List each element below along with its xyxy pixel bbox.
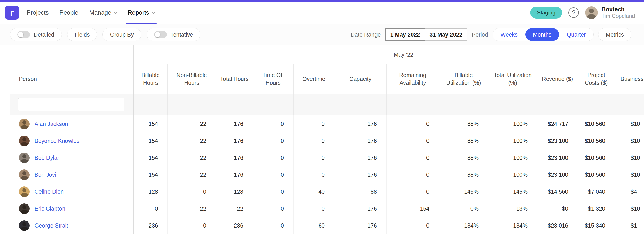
person-link[interactable]: Alan Jackson (34, 121, 68, 127)
table-cell: 22 (168, 115, 216, 132)
person-filter-cell (10, 94, 134, 115)
table-cell: 100% (488, 166, 537, 183)
nav-item-reports[interactable]: Reports (122, 2, 160, 24)
detailed-label: Detailed (34, 32, 54, 38)
table-cell: $14,560 (537, 183, 578, 200)
table-cell: $10 (615, 115, 644, 132)
fields-button[interactable]: Fields (67, 28, 97, 41)
user-menu[interactable]: Boxtech Tim Copeland (585, 6, 635, 19)
table-cell: 22 (216, 200, 253, 217)
table-cell: $7,040 (578, 183, 615, 200)
table-cell: $0 (537, 200, 578, 217)
period-option-months[interactable]: Months (525, 28, 559, 41)
table-cell: 176 (334, 115, 386, 132)
table-cell: 22 (168, 149, 216, 166)
table-cell: 134% (488, 217, 537, 234)
environment-badge: Staging (530, 7, 562, 19)
table-cell: 176 (334, 200, 386, 217)
table-cell: 0 (386, 132, 439, 149)
table-cell: $10,560 (578, 149, 615, 166)
table-cell: 22 (168, 166, 216, 183)
nav-item-manage[interactable]: Manage (84, 2, 122, 24)
person-filter-input[interactable] (18, 98, 124, 111)
help-icon[interactable]: ? (568, 8, 579, 18)
person-cell: Alan Jackson (10, 115, 134, 132)
person-avatar (19, 186, 30, 197)
group-by-button[interactable]: Group By (102, 28, 141, 41)
table-cell: 128 (134, 183, 168, 200)
table-cell: 0 (253, 132, 294, 149)
person-link[interactable]: Beyoncé Knowles (34, 138, 80, 144)
person-avatar (19, 136, 30, 146)
person-cell: Eric Clapton (10, 200, 134, 217)
table-cell: 100% (488, 149, 537, 166)
table-cell: 0 (386, 166, 439, 183)
table-row: Beyoncé Knowles 154 22 176 0 0 176 0 88%… (10, 132, 644, 149)
person-link[interactable]: Eric Clapton (34, 205, 65, 212)
table-cell: 13% (488, 200, 537, 217)
detailed-toggle-pill[interactable]: Detailed (10, 28, 62, 41)
table-cell: 176 (334, 166, 386, 183)
detailed-toggle[interactable] (17, 31, 30, 38)
table-cell: 0 (294, 115, 334, 132)
person-cell: Beyoncé Knowles (10, 132, 134, 149)
table-cell: 154 (134, 166, 168, 183)
report-table: May '22 Person Billable Hours Non-Billab… (10, 45, 644, 234)
person-link[interactable]: Bob Dylan (34, 155, 60, 161)
person-avatar (19, 119, 30, 129)
table-cell: 0 (168, 217, 216, 234)
person-link[interactable]: Celine Dion (34, 188, 64, 195)
table-cell: 88% (439, 115, 488, 132)
tentative-toggle-pill[interactable]: Tentative (147, 28, 200, 41)
column-header-row: Person Billable Hours Non-Billable Hours… (10, 64, 644, 94)
period-option-quarter[interactable]: Quarter (559, 28, 594, 41)
column-header: Total Hours (216, 64, 253, 94)
table-row: Celine Dion 128 0 128 0 40 88 0 145% 145… (10, 183, 644, 200)
table-cell: 0 (294, 132, 334, 149)
table-cell: 0 (386, 115, 439, 132)
table-cell: $10 (615, 149, 644, 166)
person-avatar (19, 220, 30, 231)
month-header-row: May '22 (10, 45, 644, 64)
chevron-down-icon (114, 10, 118, 14)
metrics-button[interactable]: Metrics (598, 28, 631, 41)
tentative-toggle[interactable] (154, 31, 167, 38)
person-link[interactable]: George Strait (34, 222, 68, 229)
table-row: Eric Clapton 0 22 22 0 0 176 154 0% 13% … (10, 200, 644, 217)
person-link[interactable]: Bon Jovi (34, 171, 56, 178)
table-cell: $15,340 (578, 217, 615, 234)
nav-item-projects[interactable]: Projects (21, 2, 54, 24)
person-column-header: Person (10, 64, 134, 94)
table-cell: 176 (334, 149, 386, 166)
user-name: Tim Copeland (601, 13, 635, 19)
table-cell: 154 (134, 149, 168, 166)
table-cell: 176 (216, 149, 253, 166)
period-option-weeks[interactable]: Weeks (493, 28, 525, 41)
column-header: Remaining Availability (386, 64, 439, 94)
table-cell: $23,100 (537, 149, 578, 166)
table-cell: 0 (253, 217, 294, 234)
table-cell: 236 (216, 217, 253, 234)
column-header: Business Costs ($) (615, 64, 644, 94)
app-logo[interactable]: r (5, 6, 19, 20)
table-cell: 22 (168, 132, 216, 149)
date-start-input[interactable]: 1 May 2022 (385, 29, 425, 41)
table-cell: 100% (488, 132, 537, 149)
table-cell: 0 (168, 183, 216, 200)
date-end-input[interactable]: 31 May 2022 (425, 29, 467, 41)
table-cell: $1,320 (578, 200, 615, 217)
table-cell: 176 (334, 217, 386, 234)
table-cell: 176 (216, 166, 253, 183)
table-cell: 128 (216, 183, 253, 200)
table-cell: 236 (134, 217, 168, 234)
column-header: Total Utilization (%) (488, 64, 537, 94)
nav-item-people[interactable]: People (54, 2, 84, 24)
table-cell: 154 (386, 200, 439, 217)
table-cell: 88% (439, 149, 488, 166)
table-cell: 154 (134, 132, 168, 149)
table-cell: 100% (488, 115, 537, 132)
table-cell: 0 (253, 183, 294, 200)
table-cell: 88% (439, 166, 488, 183)
person-avatar (19, 169, 30, 180)
filter-row (10, 94, 644, 115)
